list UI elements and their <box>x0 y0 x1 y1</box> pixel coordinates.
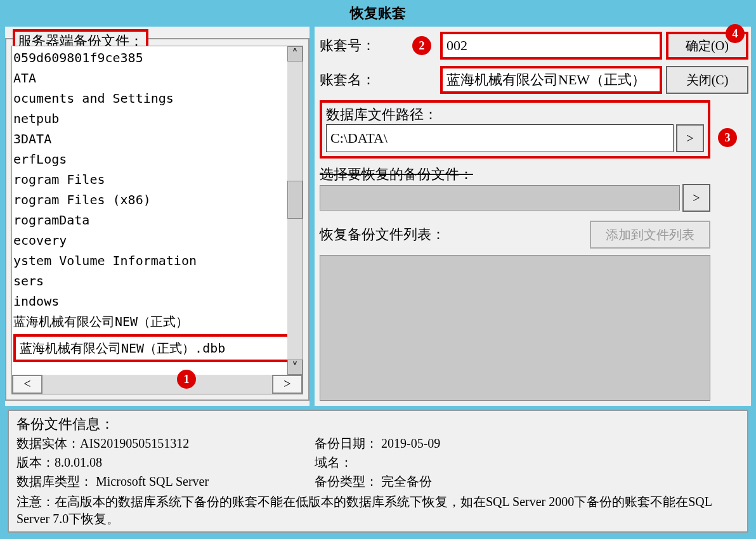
info-title: 备份文件信息： <box>16 415 740 434</box>
list-item[interactable]: ystem Volume Information <box>13 250 301 271</box>
chevron-right-icon: > <box>686 131 693 145</box>
add-to-list-button[interactable]: 添加到文件列表 <box>590 221 710 249</box>
annotation-badge-3: 3 <box>718 128 737 147</box>
account-no-input[interactable] <box>440 32 662 60</box>
restore-list-label: 恢复备份文件列表： <box>320 225 586 244</box>
db-path-label: 数据库文件路径： <box>326 105 704 124</box>
backup-type-value: 完全备份 <box>381 474 432 488</box>
backup-date-label: 备份日期： <box>315 436 378 450</box>
list-item[interactable]: 059d609801f9ce385 <box>13 48 301 68</box>
account-name-input[interactable] <box>440 66 662 94</box>
dbtype-label: 数据库类型： <box>16 474 93 488</box>
scroll-right-icon[interactable]: > <box>272 375 303 394</box>
list-item[interactable]: 3DATA <box>13 129 301 149</box>
list-item[interactable]: ecovery <box>13 230 301 250</box>
version-label: 版本： <box>16 455 55 469</box>
backup-info-panel: 备份文件信息： 数据实体：AIS20190505151312 备份日期： 201… <box>8 410 748 533</box>
vertical-scrollbar[interactable]: ˄ ˅ <box>287 46 303 375</box>
select-backup-label: 选择要恢复的备份文件： <box>320 165 710 184</box>
annotation-badge-4: 4 <box>726 24 745 43</box>
list-item[interactable]: 蓝海机械有限公司NEW（正式） <box>13 311 301 332</box>
list-item[interactable]: ocuments and Settings <box>13 88 301 108</box>
backup-date-value: 2019-05-09 <box>381 436 440 450</box>
horizontal-scrollbar[interactable]: < > <box>12 375 303 394</box>
backup-file-select[interactable] <box>320 185 680 211</box>
restore-file-list[interactable] <box>320 255 710 401</box>
list-item[interactable]: sers <box>13 271 301 291</box>
scroll-thumb[interactable] <box>287 181 303 219</box>
close-button[interactable]: 关闭(C) <box>666 66 748 94</box>
browse-button[interactable]: > <box>676 124 704 152</box>
backup-type-label: 备份类型： <box>315 474 378 488</box>
list-item[interactable]: rogramData <box>13 210 301 230</box>
list-item[interactable]: erfLogs <box>13 149 301 169</box>
entity-value: AIS20190505151312 <box>80 436 189 450</box>
selected-backup-file[interactable]: 蓝海机械有限公司NEW（正式）.dbb <box>13 334 296 362</box>
list-item[interactable]: indows <box>13 291 301 311</box>
account-no-label: 账套号： <box>320 36 408 55</box>
backup-browse-button[interactable]: > <box>682 184 710 212</box>
list-item[interactable]: netpub <box>13 108 301 129</box>
scroll-down-icon[interactable]: ˅ <box>287 360 303 375</box>
account-name-label: 账套名： <box>320 70 408 89</box>
list-item[interactable]: rogram Files (x86) <box>13 190 301 210</box>
domain-label: 域名： <box>315 455 353 469</box>
info-note: 注意：在高版本的数据库系统下备份的账套不能在低版本的数据库系统下恢复，如在SQL… <box>16 493 740 528</box>
server-backup-files-group: 服务器端备份文件： 059d609801f9ce385 ATA ocuments… <box>5 38 310 401</box>
dbtype-value: Microsoft SQL Server <box>96 474 209 488</box>
window-title: 恢复账套 <box>3 0 753 27</box>
list-item[interactable]: rogram Files <box>13 169 301 190</box>
version-value: 8.0.01.08 <box>55 455 102 469</box>
scroll-up-icon[interactable]: ˄ <box>287 46 303 62</box>
db-path-input[interactable] <box>326 124 674 152</box>
scroll-left-icon[interactable]: < <box>12 375 42 394</box>
annotation-badge-1: 1 <box>177 370 196 389</box>
file-list[interactable]: 059d609801f9ce385 ATA ocuments and Setti… <box>11 46 303 394</box>
entity-label: 数据实体： <box>16 436 80 450</box>
annotation-badge-2: 2 <box>412 36 431 55</box>
chevron-right-icon: > <box>693 191 700 205</box>
list-item[interactable]: ATA <box>13 68 301 88</box>
